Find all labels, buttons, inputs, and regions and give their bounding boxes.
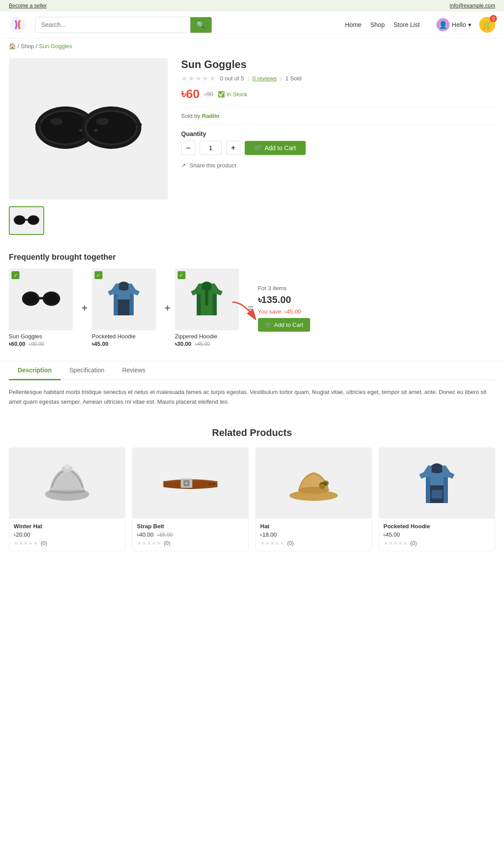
- search-button[interactable]: 🔍: [190, 17, 212, 33]
- svg-point-23: [24, 294, 38, 304]
- fbt-add-to-cart-button[interactable]: 🛒 Add to Cart: [258, 318, 311, 332]
- quantity-plus-button[interactable]: +: [226, 141, 240, 155]
- tabs-row: Description Specification Reviews: [9, 361, 495, 380]
- fbt-name-2: Pocketed Hoodie: [92, 333, 160, 340]
- product-images: [9, 58, 168, 235]
- svg-point-18: [29, 217, 38, 224]
- tab-content-description: Pellentesque habitant morbi tristique se…: [9, 380, 495, 414]
- related-info-pocketed-hoodie: Pocketed Hoodie ৳45.00 ★★★★★ (0): [379, 519, 495, 551]
- related-reviews-3: (0): [410, 540, 417, 546]
- svg-point-28: [64, 464, 70, 469]
- cart-badge: 0: [490, 15, 497, 22]
- related-img-winter-hat: [9, 448, 125, 519]
- svg-point-12: [50, 118, 63, 125]
- related-card-pocketed-hoodie[interactable]: Pocketed Hoodie ৳45.00 ★★★★★ (0): [379, 447, 495, 551]
- current-price: ৳60: [181, 87, 200, 102]
- breadcrumb-shop[interactable]: Shop: [21, 43, 34, 49]
- rating-text: 0 out of 5: [220, 75, 244, 82]
- related-price-2: ৳18.00: [260, 531, 367, 538]
- user-button[interactable]: 👤 Hello ▾: [433, 16, 475, 33]
- related-stars-2: ★★★★★: [260, 540, 284, 546]
- nav-home[interactable]: Home: [345, 21, 361, 28]
- tabs-section: Description Specification Reviews Pellen…: [0, 361, 504, 414]
- fbt-summary: For 3 items ৳135.00 You save: ৳45.00 🛒 A…: [258, 285, 311, 332]
- breadcrumb-current: Sun Goggles: [39, 43, 72, 49]
- thumbnail-1[interactable]: [9, 206, 44, 235]
- logo: [9, 16, 27, 34]
- fbt-for-label: For 3 items: [258, 285, 311, 292]
- related-section: Related Products Winter Hat ৳20.00 ★★★★★: [0, 414, 504, 564]
- related-name-0: Winter Hat: [14, 523, 121, 530]
- email-link[interactable]: info@example.com: [450, 3, 495, 9]
- cart-button[interactable]: 🛒 0: [479, 17, 495, 33]
- related-price-3: ৳45.00: [383, 531, 490, 538]
- fbt-section: Frequently brought together ✓ Sun Goggle…: [0, 244, 504, 356]
- quantity-input[interactable]: [200, 141, 222, 155]
- related-stars-0: ★★★★★: [14, 540, 38, 546]
- sold-by: Sold by Radilo: [181, 113, 495, 119]
- fbt-item-1[interactable]: ✓ Sun Goggles ৳60.00 ৳90.00: [9, 269, 77, 348]
- fbt-name-1: Sun Goggles: [9, 333, 77, 340]
- svg-rect-19: [14, 219, 15, 220]
- breadcrumb-home[interactable]: 🏠: [9, 43, 16, 49]
- share-product-row[interactable]: ↗ Share this product: [181, 162, 495, 169]
- reviews-link[interactable]: 0 reviews: [253, 75, 277, 82]
- product-details: Sun Goggles ★★★★★ 0 out of 5 | 0 reviews…: [181, 58, 495, 235]
- tab-reviews[interactable]: Reviews: [113, 361, 154, 380]
- fbt-price-3: ৳30.00 ৳45.00: [175, 341, 243, 348]
- svg-point-10: [79, 129, 83, 132]
- svg-rect-37: [432, 490, 442, 499]
- divider2: [181, 125, 495, 125]
- price-row: ৳60 ৳90 ✅ In Stock: [181, 87, 495, 102]
- related-rating-3: ★★★★★ (0): [383, 540, 490, 546]
- fbt-check-1: ✓: [11, 271, 19, 279]
- related-info-strap-belt: Strap Belt ৳40.00 ৳65.00 ★★★★★ (0): [133, 519, 248, 551]
- fbt-item-2[interactable]: ✓ Pocketed Hoodie ৳45.00: [92, 269, 160, 348]
- chevron-down-icon: ▾: [468, 21, 471, 28]
- fbt-cart-icon: 🛒: [265, 322, 272, 328]
- fbt-item-3[interactable]: ✓: [175, 269, 243, 348]
- become-seller-link[interactable]: Become a seller: [9, 3, 47, 9]
- svg-point-11: [94, 129, 98, 132]
- tab-description[interactable]: Description: [9, 361, 61, 380]
- related-card-winter-hat[interactable]: Winter Hat ৳20.00 ★★★★★ (0): [9, 447, 125, 551]
- fbt-price-1: ৳60.00 ৳90.00: [9, 341, 77, 348]
- svg-rect-8: [35, 123, 42, 126]
- fbt-name-3: Zippered Hoodie: [175, 333, 243, 340]
- svg-point-25: [45, 294, 58, 304]
- related-name-3: Pocketed Hoodie: [383, 523, 490, 530]
- seller-name[interactable]: Radilo: [202, 113, 220, 119]
- quantity-row: − + 🛒 Add to Cart: [181, 141, 495, 155]
- nav-shop[interactable]: Shop: [370, 21, 385, 28]
- tab-specification[interactable]: Specification: [61, 361, 113, 380]
- in-stock-badge: ✅ In Stock: [218, 91, 247, 98]
- breadcrumb: 🏠 / Shop / Sun Goggles: [0, 38, 504, 54]
- share-label: Share this product: [189, 162, 236, 169]
- svg-point-0: [10, 17, 26, 33]
- product-title: Sun Goggles: [181, 58, 495, 71]
- user-icon: 👤: [436, 18, 450, 31]
- related-img-pocketed-hoodie: [379, 448, 495, 519]
- related-img-strap-belt: [133, 448, 248, 519]
- old-price: ৳90: [204, 91, 213, 98]
- add-to-cart-button[interactable]: 🛒 Add to Cart: [245, 141, 306, 155]
- sold-count: 1 Sold: [285, 75, 302, 82]
- search-input[interactable]: [36, 17, 190, 33]
- quantity-minus-button[interactable]: −: [181, 141, 195, 155]
- svg-rect-9: [136, 123, 142, 126]
- svg-point-31: [208, 483, 211, 485]
- related-card-strap-belt[interactable]: Strap Belt ৳40.00 ৳65.00 ★★★★★ (0): [132, 447, 249, 551]
- breadcrumb-separator2: /: [36, 43, 39, 49]
- related-stars-3: ★★★★★: [383, 540, 408, 546]
- share-icon: ↗: [181, 162, 186, 169]
- divider: [181, 107, 495, 107]
- related-name-2: Hat: [260, 523, 367, 530]
- fbt-plus-2: +: [165, 303, 171, 314]
- star-rating: ★★★★★: [181, 74, 216, 83]
- fbt-title: Frequently brought together: [9, 253, 495, 262]
- related-card-hat[interactable]: Hat ৳18.00 ★★★★★ (0): [255, 447, 372, 551]
- related-title: Related Products: [9, 427, 495, 439]
- user-greeting: Hello: [452, 21, 466, 28]
- cart-icon: 🛒: [254, 144, 262, 151]
- nav-store-list[interactable]: Store List: [394, 21, 420, 28]
